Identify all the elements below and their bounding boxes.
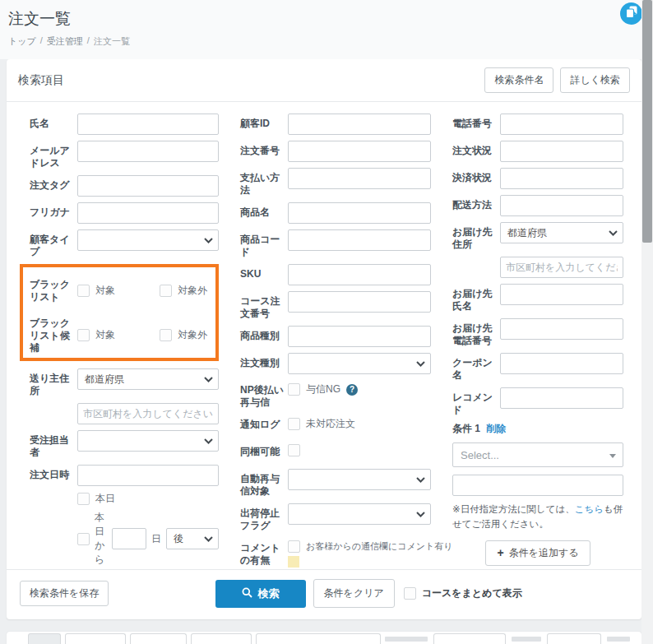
- plus-icon: +: [497, 549, 503, 557]
- breadcrumb: トップ / 受注管理 / 注文一覧: [8, 35, 620, 48]
- condition-1-label: 条件 1: [452, 423, 480, 434]
- condition-1-header: 条件 1 削除: [452, 422, 623, 436]
- credit-ng-checkbox[interactable]: [288, 383, 300, 396]
- can-bundle-checkbox[interactable]: [288, 444, 300, 456]
- recommend-input[interactable]: [500, 387, 623, 409]
- scrollbar-thumb[interactable]: [642, 0, 652, 243]
- chevron-down-icon: [204, 377, 213, 382]
- sender-prefecture-select[interactable]: 都道府県: [77, 368, 219, 390]
- name-input[interactable]: [77, 114, 219, 135]
- payment-status-input[interactable]: [500, 168, 623, 189]
- page-header: 注文一覧 トップ / 受注管理 / 注文一覧: [0, 0, 653, 59]
- phone-input[interactable]: [500, 114, 623, 135]
- order-datetime-label: 注文日時: [30, 465, 77, 486]
- datetime-from-direction-value: 後: [174, 532, 183, 546]
- course-grouped-checkbox[interactable]: [404, 587, 416, 600]
- condition-delete-link[interactable]: 削除: [486, 423, 506, 434]
- payment-method-input[interactable]: [288, 168, 431, 189]
- course-order-number-input[interactable]: [288, 291, 431, 313]
- phone-label: 電話番号: [452, 114, 500, 135]
- breadcrumb-separator: /: [40, 35, 43, 48]
- product-name-input[interactable]: [288, 202, 431, 224]
- shipping-name-input[interactable]: [500, 284, 623, 305]
- chevron-down-icon: [204, 536, 213, 542]
- sku-input[interactable]: [288, 264, 431, 285]
- clear-conditions-button[interactable]: 条件をクリア: [313, 579, 395, 608]
- delivery-method-input[interactable]: [500, 195, 623, 216]
- payment-status-label: 決済状況: [452, 168, 500, 189]
- datetime-from-offset-label: 本日から: [95, 511, 107, 567]
- course-grouped-label: コースをまとめて表示: [422, 586, 522, 600]
- unhandled-order-label: 未対応注文: [306, 417, 355, 431]
- breadcrumb-order-management[interactable]: 受注管理: [47, 35, 83, 48]
- order-datetime-from-input[interactable]: [77, 465, 219, 486]
- cutoff-text: [385, 637, 428, 642]
- has-comment-option-label: お客様からの通信欄にコメント有り: [306, 540, 453, 553]
- shipping-city-input[interactable]: [500, 257, 623, 278]
- breadcrumb-top[interactable]: トップ: [8, 35, 36, 48]
- customer-type-select[interactable]: [77, 229, 219, 251]
- datetime-from-offset-checkbox[interactable]: [77, 533, 90, 545]
- order-status-input[interactable]: [500, 141, 623, 162]
- order-staff-select[interactable]: [77, 430, 219, 452]
- order-number-input[interactable]: [288, 141, 431, 162]
- condition-value-input[interactable]: [452, 475, 623, 496]
- shipping-stop-flag-label: 出荷停止フラグ: [240, 503, 288, 532]
- product-name-label: 商品名: [240, 202, 288, 224]
- cutoff-toolbar-button[interactable]: [130, 633, 187, 644]
- coupon-name-label: クーポン名: [452, 353, 500, 382]
- blacklist-candidate-not-target-checkbox[interactable]: [160, 329, 172, 341]
- chevron-down-icon: [416, 361, 425, 367]
- unhandled-order-checkbox[interactable]: [288, 418, 300, 430]
- cutoff-toolbar-button[interactable]: [28, 633, 61, 644]
- cutoff-text: [607, 637, 630, 642]
- product-code-input[interactable]: [288, 229, 431, 251]
- shipping-phone-label: お届け先電話番号: [452, 318, 500, 347]
- help-icon[interactable]: ?: [346, 384, 358, 396]
- detailed-search-button[interactable]: 詳しく検索: [560, 67, 630, 93]
- cutoff-select[interactable]: [547, 633, 601, 644]
- furigana-input[interactable]: [77, 202, 219, 224]
- date-note-link[interactable]: こちら: [575, 504, 604, 514]
- sender-prefecture-value: 都道府県: [85, 373, 124, 387]
- order-tag-input[interactable]: [77, 175, 219, 197]
- datetime-from-offset-days-input[interactable]: [112, 528, 146, 549]
- blacklist-candidate-target-checkbox[interactable]: [77, 329, 90, 341]
- np-recredit-label: NP後払い再与信: [240, 380, 288, 409]
- product-type-input[interactable]: [288, 326, 431, 347]
- search-button[interactable]: 検索: [215, 580, 306, 608]
- chevron-down-icon: [416, 512, 425, 517]
- search-condition-name-button[interactable]: 検索条件名: [484, 67, 553, 93]
- chevron-down-icon: [204, 238, 213, 243]
- email-input[interactable]: [77, 141, 219, 162]
- cutoff-toolbar-button[interactable]: [65, 633, 126, 644]
- has-comment-checkbox[interactable]: [288, 540, 300, 553]
- recommend-label: レコメンド: [452, 387, 500, 416]
- blacklist-target-checkbox[interactable]: [77, 285, 90, 297]
- save-search-condition-button[interactable]: 検索条件を保存: [20, 581, 109, 606]
- shipping-prefecture-select[interactable]: 都道府県: [500, 222, 623, 243]
- auto-recredit-select[interactable]: [288, 469, 431, 490]
- blacklist-not-target-checkbox[interactable]: [160, 285, 172, 297]
- datetime-from-today-checkbox[interactable]: [77, 493, 90, 505]
- condition-field-select[interactable]: Select...: [452, 442, 623, 467]
- shipping-phone-input[interactable]: [500, 318, 623, 340]
- cutoff-select[interactable]: [433, 633, 506, 644]
- email-label: メールアドレス: [30, 141, 77, 169]
- coupon-name-input[interactable]: [500, 353, 623, 374]
- order-tag-label: 注文タグ: [30, 175, 77, 197]
- datetime-from-direction-select[interactable]: 後: [166, 528, 219, 549]
- notice-log-label: 通知ログ: [240, 415, 288, 436]
- copy-page-button[interactable]: [620, 2, 642, 25]
- blacklist-not-target-label: 対象外: [178, 284, 207, 298]
- sender-city-input[interactable]: [77, 403, 219, 424]
- cutoff-toolbar-button[interactable]: [191, 633, 252, 644]
- customer-id-input[interactable]: [288, 114, 431, 135]
- shipping-stop-flag-select[interactable]: [288, 503, 431, 525]
- copy-icon: [626, 6, 637, 21]
- condition-select-placeholder: Select...: [461, 449, 499, 461]
- add-condition-button[interactable]: + 条件を追加する: [485, 540, 590, 566]
- page-scrollbar[interactable]: [641, 0, 653, 644]
- order-type-select[interactable]: [288, 353, 431, 374]
- cutoff-toolbar-button[interactable]: [256, 633, 381, 644]
